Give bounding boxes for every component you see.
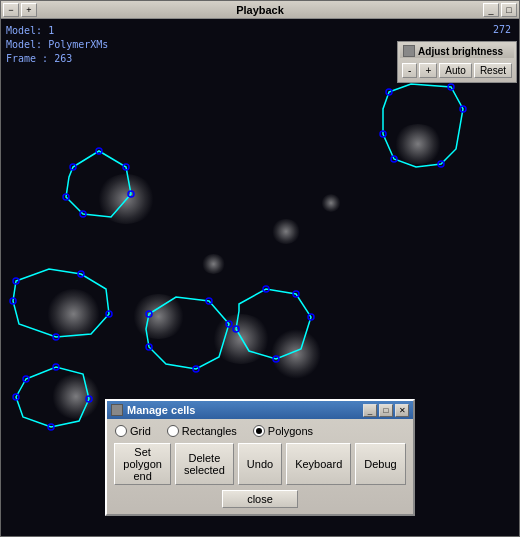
- minimize-button[interactable]: −: [3, 3, 19, 17]
- title-bar-right-controls: _ □: [483, 3, 517, 17]
- brightness-title: Adjust brightness: [418, 46, 503, 57]
- radio-row: Grid Rectangles Polygons: [115, 425, 405, 437]
- manage-cells-title: Manage cells: [127, 404, 195, 416]
- info-line3: Frame : 263: [6, 52, 108, 66]
- frame-info: 272: [493, 24, 511, 35]
- title-bar-left-controls: − +: [3, 3, 37, 17]
- info-line1: Model: 1: [6, 24, 108, 38]
- delete-selected-button[interactable]: Delete selected: [175, 443, 234, 485]
- action-buttons-row: Set polygon end Delete selected Undo Key…: [115, 443, 405, 485]
- grid-label: Grid: [130, 425, 151, 437]
- polygons-radio[interactable]: [253, 425, 265, 437]
- playback-window: − + Playback _ □: [0, 0, 520, 537]
- brightness-reset-button[interactable]: Reset: [474, 63, 512, 78]
- brightness-icon: [403, 45, 415, 57]
- brightness-plus-button[interactable]: +: [419, 63, 437, 78]
- brightness-minus-button[interactable]: -: [402, 63, 417, 78]
- manage-cells-dialog: Manage cells _ □ ✕ Grid Rect: [105, 399, 415, 516]
- info-line2: Model: PolymerXMs: [6, 38, 108, 52]
- info-overlay: Model: 1 Model: PolymerXMs Frame : 263: [6, 24, 108, 66]
- maximize-button[interactable]: +: [21, 3, 37, 17]
- dialog-maximize-button[interactable]: □: [379, 404, 393, 417]
- grid-radio[interactable]: [115, 425, 127, 437]
- close-button[interactable]: close: [222, 490, 298, 508]
- rectangles-radio-item[interactable]: Rectangles: [167, 425, 237, 437]
- brightness-title-bar: Adjust brightness: [400, 44, 514, 58]
- rectangles-radio[interactable]: [167, 425, 179, 437]
- window-maximize-button[interactable]: □: [501, 3, 517, 17]
- brightness-auto-button[interactable]: Auto: [439, 63, 472, 78]
- set-polygon-end-button[interactable]: Set polygon end: [114, 443, 171, 485]
- grid-radio-item[interactable]: Grid: [115, 425, 151, 437]
- rectangles-label: Rectangles: [182, 425, 237, 437]
- canvas-area: Model: 1 Model: PolymerXMs Frame : 263 2…: [1, 19, 519, 536]
- playback-title: Playback: [236, 4, 284, 16]
- svg-marker-7: [66, 151, 131, 217]
- svg-marker-0: [383, 84, 463, 167]
- window-minimize-button[interactable]: _: [483, 3, 499, 17]
- dialog-body: Grid Rectangles Polygons Set polygon end…: [107, 419, 413, 514]
- brightness-panel: Adjust brightness - + Auto Reset: [397, 41, 517, 83]
- polygons-label: Polygons: [268, 425, 313, 437]
- dialog-close-button[interactable]: ✕: [395, 404, 409, 417]
- debug-button[interactable]: Debug: [355, 443, 405, 485]
- manage-cells-icon: [111, 404, 123, 416]
- svg-marker-14: [13, 269, 109, 337]
- brightness-controls: - + Auto Reset: [400, 61, 514, 80]
- polygons-radio-item[interactable]: Polygons: [253, 425, 313, 437]
- playback-title-bar: − + Playback _ □: [1, 1, 519, 19]
- dialog-title-left: Manage cells: [111, 404, 195, 416]
- undo-button[interactable]: Undo: [238, 443, 282, 485]
- svg-marker-20: [146, 297, 229, 369]
- svg-marker-26: [236, 289, 311, 359]
- dialog-minimize-button[interactable]: _: [363, 404, 377, 417]
- keyboard-button[interactable]: Keyboard: [286, 443, 351, 485]
- dialog-title-controls: _ □ ✕: [363, 404, 409, 417]
- close-row: close: [115, 490, 405, 508]
- manage-cells-title-bar: Manage cells _ □ ✕: [107, 401, 413, 419]
